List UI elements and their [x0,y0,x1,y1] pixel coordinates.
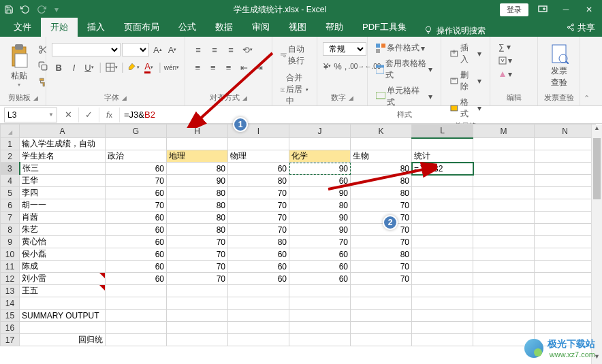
cell[interactable]: 60 [106,224,167,236]
cell[interactable]: 朱艺 [20,224,106,236]
cell[interactable]: 80 [351,163,412,175]
tab-data[interactable]: 数据 [206,18,242,37]
delete-cells-button[interactable]: 删除 ▾ [447,68,484,94]
tab-pdf[interactable]: PDF工具集 [353,18,416,37]
align-left-icon[interactable]: ≡ [191,60,205,75]
scroll-thumb[interactable] [593,138,601,199]
cell[interactable]: 80 [228,175,289,187]
wrap-text-button[interactable]: 自动换行 [278,42,311,68]
row-header[interactable]: 4 [1,175,20,187]
cell[interactable]: 60 [106,273,167,285]
cell[interactable]: 地理 [167,150,228,163]
insert-cells-button[interactable]: 插入 ▾ [447,41,484,67]
save-icon[interactable] [4,5,14,14]
cell[interactable]: 肖茜 [20,212,106,224]
cell[interactable]: 刘小雷 [20,273,106,285]
tab-review[interactable]: 审阅 [242,18,279,37]
cell[interactable]: 输入学生成绩，自动 [20,138,106,150]
font-launcher-icon[interactable]: ◢ [122,95,127,101]
collapse-ribbon-icon[interactable]: ⌃ [584,94,590,103]
share-button[interactable]: 共享 [560,19,602,37]
bold-button[interactable]: B [52,60,65,75]
border-icon[interactable]: ▾ [104,60,118,75]
col-header[interactable]: L [412,125,473,138]
tab-view[interactable]: 视图 [279,18,316,37]
percent-icon[interactable]: % [333,59,343,73]
row-header[interactable]: 11 [1,261,20,273]
cell[interactable]: 60 [289,273,351,285]
cell[interactable]: 70 [167,236,228,248]
select-all-corner[interactable]: ◢ [1,125,20,138]
cell[interactable]: 化学 [289,150,351,163]
cell[interactable]: 统计 [412,150,473,163]
cell[interactable]: 70 [167,248,228,261]
cancel-formula-icon[interactable]: ✕ [59,107,79,122]
col-header[interactable]: H [167,125,228,138]
clipboard-launcher-icon[interactable]: ◢ [33,95,38,101]
cell[interactable]: 60 [289,248,351,261]
tab-file[interactable]: 文件 [4,18,41,37]
cell[interactable]: 80 [351,175,412,187]
merge-center-button[interactable]: 合并后居中 ▾ [278,71,311,108]
cell[interactable]: 70 [351,261,412,273]
font-size-select[interactable] [122,43,149,56]
tab-insert[interactable]: 插入 [78,18,114,37]
cell[interactable]: 80 [167,187,228,199]
tab-help[interactable]: 帮助 [316,18,353,37]
cell[interactable]: 80 [167,212,228,224]
cell[interactable]: 60 [289,261,351,273]
cell[interactable]: 80 [167,199,228,212]
cell[interactable]: 政治 [106,150,167,163]
cell[interactable]: 物理 [228,150,289,163]
cell[interactable]: 70 [106,199,167,212]
col-header[interactable]: K [351,125,412,138]
spreadsheet-grid[interactable]: ◢ A G H I J K L M N 1输入学生成绩，自动 2 学生姓名 政治… [0,124,596,346]
cell[interactable]: 60 [289,175,351,187]
cell[interactable]: 90 [167,175,228,187]
cell[interactable]: 80 [351,187,412,199]
cell[interactable]: 70 [228,187,289,199]
confirm-formula-icon[interactable]: ✓ [79,107,99,122]
col-header[interactable]: M [473,125,535,138]
align-top-icon[interactable]: ≡ [191,42,206,57]
cell[interactable]: 70 [167,261,228,273]
cell[interactable]: 60 [106,163,167,175]
undo-icon[interactable] [20,5,30,14]
currency-icon[interactable]: ¥▾ [323,59,332,73]
cell[interactable]: 80 [228,236,289,248]
fill-color-icon[interactable]: ▾ [127,60,140,75]
orientation-icon[interactable]: ⟲▾ [240,42,255,57]
col-header[interactable]: A [20,125,106,138]
invoice-check-button[interactable]: 发票 查验 [547,42,571,90]
cell[interactable]: 70 [351,212,412,224]
align-middle-icon[interactable]: ≡ [207,42,222,57]
cell[interactable]: 70 [228,224,289,236]
cell[interactable]: 60 [106,236,167,248]
cell[interactable]: 80 [167,224,228,236]
indent-left-icon[interactable]: ⇤ [237,60,251,75]
cell[interactable]: 60 [106,187,167,199]
decrease-font-icon[interactable]: A▾ [165,42,179,57]
align-right-icon[interactable]: ≡ [221,60,236,75]
cell[interactable]: 王华 [20,175,106,187]
tab-formula[interactable]: 公式 [169,18,206,37]
row-header[interactable]: 14 [1,297,20,310]
col-header[interactable]: J [289,125,351,138]
cell[interactable]: 70 [351,199,412,212]
name-box[interactable]: L3 ▼ [4,107,57,122]
cell[interactable]: 70 [289,236,351,248]
row-header[interactable]: 1 [1,138,20,150]
conditional-format-button[interactable]: 条件格式 ▾ [373,41,435,55]
row-header[interactable]: 12 [1,273,20,285]
row-header[interactable]: 8 [1,224,20,236]
autosum-button[interactable]: ∑ ▾ [496,41,532,53]
italic-button[interactable]: I [67,60,80,75]
row-header[interactable]: 5 [1,187,20,199]
row-header[interactable]: 3 [1,163,20,175]
cell[interactable]: 王五 [20,285,106,297]
cell[interactable]: 60 [228,248,289,261]
cell[interactable]: 陈成 [20,261,106,273]
row-header[interactable]: 17 [1,334,20,346]
fx-icon[interactable]: fx [99,107,120,122]
cell[interactable]: 90 [289,212,351,224]
